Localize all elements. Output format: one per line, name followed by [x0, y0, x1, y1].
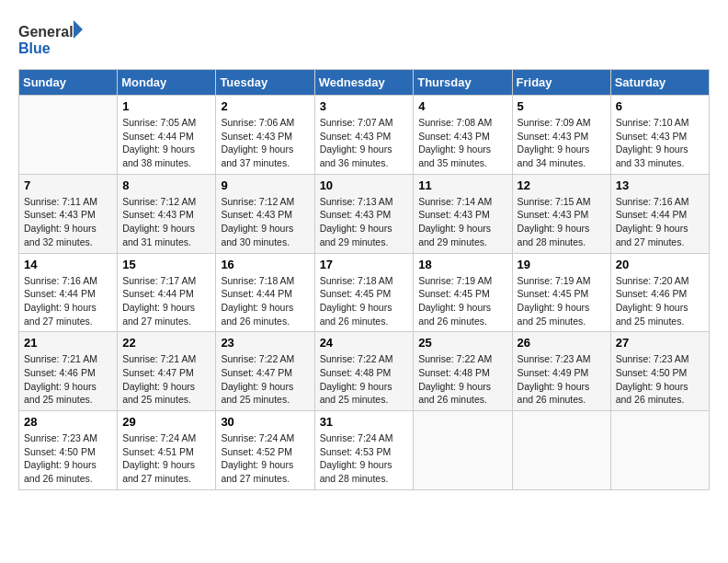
day-info: Sunrise: 7:16 AMSunset: 4:44 PMDaylight:…	[24, 274, 112, 328]
day-cell: 12Sunrise: 7:15 AMSunset: 4:43 PMDayligh…	[512, 174, 610, 253]
week-row-2: 7Sunrise: 7:11 AMSunset: 4:43 PMDaylight…	[19, 174, 710, 253]
day-number: 12	[518, 178, 606, 192]
day-cell: 20Sunrise: 7:20 AMSunset: 4:46 PMDayligh…	[610, 253, 709, 332]
day-cell: 2Sunrise: 7:06 AMSunset: 4:43 PMDaylight…	[216, 96, 314, 175]
day-number: 1	[122, 99, 210, 113]
day-cell: 7Sunrise: 7:11 AMSunset: 4:43 PMDaylight…	[19, 174, 118, 253]
header-cell-friday: Friday	[512, 70, 610, 96]
svg-text:General: General	[18, 24, 74, 40]
calendar-table: SundayMondayTuesdayWednesdayThursdayFrid…	[18, 69, 710, 490]
day-cell: 21Sunrise: 7:21 AMSunset: 4:46 PMDayligh…	[19, 332, 118, 411]
header-cell-tuesday: Tuesday	[216, 70, 314, 96]
day-number: 29	[122, 415, 210, 429]
day-cell: 16Sunrise: 7:18 AMSunset: 4:44 PMDayligh…	[216, 253, 314, 332]
day-cell: 28Sunrise: 7:23 AMSunset: 4:50 PMDayligh…	[19, 411, 118, 490]
svg-marker-2	[74, 20, 83, 39]
day-number: 7	[24, 178, 112, 192]
day-number: 28	[24, 415, 112, 429]
day-number: 8	[122, 178, 210, 192]
day-number: 22	[122, 336, 210, 350]
day-info: Sunrise: 7:10 AMSunset: 4:43 PMDaylight:…	[616, 116, 704, 170]
day-number: 9	[221, 178, 309, 192]
day-info: Sunrise: 7:11 AMSunset: 4:43 PMDaylight:…	[24, 195, 112, 249]
day-cell: 13Sunrise: 7:16 AMSunset: 4:44 PMDayligh…	[610, 174, 709, 253]
day-cell: 15Sunrise: 7:17 AMSunset: 4:44 PMDayligh…	[118, 253, 216, 332]
day-number: 10	[320, 178, 409, 192]
day-cell: 8Sunrise: 7:12 AMSunset: 4:43 PMDaylight…	[118, 174, 216, 253]
day-cell: 4Sunrise: 7:08 AMSunset: 4:43 PMDaylight…	[414, 96, 512, 175]
header-cell-sunday: Sunday	[19, 70, 118, 96]
day-number: 16	[221, 258, 309, 271]
day-cell: 18Sunrise: 7:19 AMSunset: 4:45 PMDayligh…	[414, 253, 512, 332]
day-number: 26	[518, 336, 606, 350]
day-cell: 22Sunrise: 7:21 AMSunset: 4:47 PMDayligh…	[118, 332, 216, 411]
day-cell	[512, 411, 610, 490]
week-row-1: 1Sunrise: 7:05 AMSunset: 4:44 PMDaylight…	[19, 96, 710, 175]
day-number: 17	[320, 258, 409, 271]
day-number: 31	[320, 415, 409, 429]
day-number: 18	[418, 258, 506, 271]
day-info: Sunrise: 7:23 AMSunset: 4:50 PMDaylight:…	[616, 352, 704, 407]
day-info: Sunrise: 7:15 AMSunset: 4:43 PMDaylight:…	[518, 195, 606, 249]
day-info: Sunrise: 7:07 AMSunset: 4:43 PMDaylight:…	[320, 116, 409, 170]
day-cell: 9Sunrise: 7:12 AMSunset: 4:43 PMDaylight…	[216, 174, 314, 253]
day-number: 19	[518, 258, 606, 271]
day-cell: 1Sunrise: 7:05 AMSunset: 4:44 PMDaylight…	[118, 96, 216, 175]
day-number: 5	[518, 99, 606, 113]
header-cell-saturday: Saturday	[610, 70, 709, 96]
day-cell: 24Sunrise: 7:22 AMSunset: 4:48 PMDayligh…	[314, 332, 414, 411]
day-info: Sunrise: 7:08 AMSunset: 4:43 PMDaylight:…	[418, 116, 506, 170]
header-cell-monday: Monday	[118, 70, 216, 96]
day-number: 6	[616, 99, 704, 113]
day-number: 14	[24, 258, 112, 271]
day-info: Sunrise: 7:18 AMSunset: 4:45 PMDaylight:…	[320, 274, 409, 328]
day-info: Sunrise: 7:20 AMSunset: 4:46 PMDaylight:…	[616, 274, 704, 328]
day-info: Sunrise: 7:24 AMSunset: 4:51 PMDaylight:…	[122, 431, 210, 486]
day-info: Sunrise: 7:13 AMSunset: 4:43 PMDaylight:…	[320, 195, 409, 249]
day-number: 30	[221, 415, 309, 429]
page-header: General Blue	[18, 18, 710, 60]
day-info: Sunrise: 7:12 AMSunset: 4:43 PMDaylight:…	[122, 195, 210, 249]
day-number: 4	[418, 99, 506, 113]
day-cell	[610, 411, 709, 490]
day-number: 24	[320, 336, 409, 350]
day-cell: 27Sunrise: 7:23 AMSunset: 4:50 PMDayligh…	[610, 332, 709, 411]
day-info: Sunrise: 7:09 AMSunset: 4:43 PMDaylight:…	[518, 116, 606, 170]
day-number: 3	[320, 99, 409, 113]
day-info: Sunrise: 7:14 AMSunset: 4:43 PMDaylight:…	[418, 195, 506, 249]
day-info: Sunrise: 7:05 AMSunset: 4:44 PMDaylight:…	[122, 116, 210, 170]
day-info: Sunrise: 7:23 AMSunset: 4:50 PMDaylight:…	[24, 431, 112, 486]
day-number: 15	[122, 258, 210, 271]
day-info: Sunrise: 7:21 AMSunset: 4:47 PMDaylight:…	[122, 352, 210, 407]
day-cell: 11Sunrise: 7:14 AMSunset: 4:43 PMDayligh…	[414, 174, 512, 253]
day-cell: 14Sunrise: 7:16 AMSunset: 4:44 PMDayligh…	[19, 253, 118, 332]
day-cell: 26Sunrise: 7:23 AMSunset: 4:49 PMDayligh…	[512, 332, 610, 411]
day-info: Sunrise: 7:06 AMSunset: 4:43 PMDaylight:…	[221, 116, 309, 170]
day-info: Sunrise: 7:22 AMSunset: 4:48 PMDaylight:…	[418, 352, 506, 407]
day-number: 27	[616, 336, 704, 350]
header-row: SundayMondayTuesdayWednesdayThursdayFrid…	[19, 70, 710, 96]
day-cell: 25Sunrise: 7:22 AMSunset: 4:48 PMDayligh…	[414, 332, 512, 411]
day-info: Sunrise: 7:16 AMSunset: 4:44 PMDaylight:…	[616, 195, 704, 249]
header-cell-wednesday: Wednesday	[314, 70, 414, 96]
day-cell	[414, 411, 512, 490]
day-number: 21	[24, 336, 112, 350]
day-cell	[19, 96, 118, 175]
week-row-5: 28Sunrise: 7:23 AMSunset: 4:50 PMDayligh…	[19, 411, 710, 490]
day-cell: 19Sunrise: 7:19 AMSunset: 4:45 PMDayligh…	[512, 253, 610, 332]
day-cell: 5Sunrise: 7:09 AMSunset: 4:43 PMDaylight…	[512, 96, 610, 175]
day-info: Sunrise: 7:22 AMSunset: 4:48 PMDaylight:…	[320, 352, 409, 407]
header-cell-thursday: Thursday	[414, 70, 512, 96]
day-number: 2	[221, 99, 309, 113]
day-info: Sunrise: 7:12 AMSunset: 4:43 PMDaylight:…	[221, 195, 309, 249]
day-info: Sunrise: 7:24 AMSunset: 4:53 PMDaylight:…	[320, 431, 409, 486]
day-info: Sunrise: 7:22 AMSunset: 4:47 PMDaylight:…	[221, 352, 309, 407]
day-cell: 17Sunrise: 7:18 AMSunset: 4:45 PMDayligh…	[314, 253, 414, 332]
day-cell: 30Sunrise: 7:24 AMSunset: 4:52 PMDayligh…	[216, 411, 314, 490]
day-number: 11	[418, 178, 506, 192]
week-row-3: 14Sunrise: 7:16 AMSunset: 4:44 PMDayligh…	[19, 253, 710, 332]
logo: General Blue	[18, 18, 83, 60]
day-info: Sunrise: 7:18 AMSunset: 4:44 PMDaylight:…	[221, 274, 309, 328]
day-info: Sunrise: 7:19 AMSunset: 4:45 PMDaylight:…	[518, 274, 606, 328]
day-cell: 29Sunrise: 7:24 AMSunset: 4:51 PMDayligh…	[118, 411, 216, 490]
